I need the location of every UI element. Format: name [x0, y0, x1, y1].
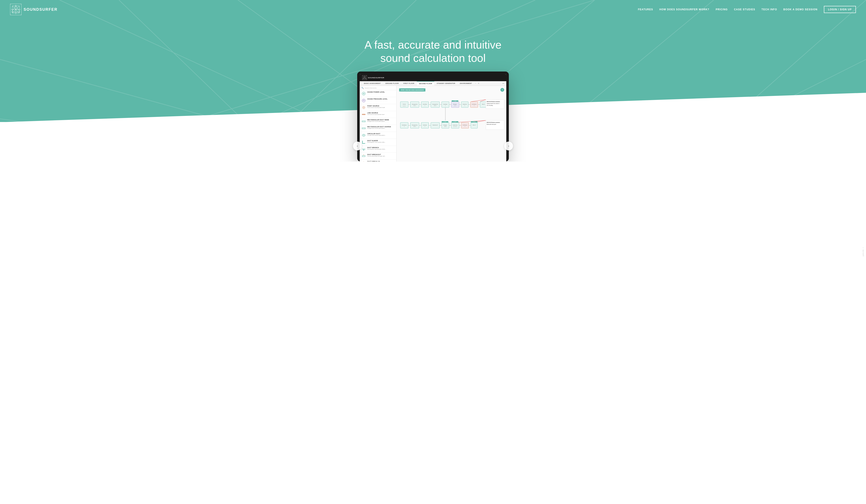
app-logo-icon [362, 75, 367, 80]
sidebar-point-source-desc: Point source sound power level [367, 107, 395, 108]
sidebar-circular-duct-title: Circular Duct [367, 133, 395, 135]
hero-title: A fast, accurate and intuitive sound cal… [349, 38, 517, 65]
svg-point-29 [362, 99, 365, 102]
sidebar-duct-branch-desc: Duct branch sound power divisi... [367, 149, 395, 150]
nav-book-demo[interactable]: BOOK A DEMO SESSION [784, 8, 818, 11]
tab-ground-floor[interactable]: GROUND FLOOR [383, 81, 401, 85]
sidebar-rect-duct-ashrae-title: Rectangular Duct ASHRAE [367, 126, 395, 127]
svg-text:01: 01 [424, 126, 425, 127]
tab-first-floor[interactable]: FIRST FLOOR [401, 81, 417, 85]
circular-duct-icon [362, 133, 366, 138]
search-icon: 🔍 [362, 87, 364, 89]
sidebar-line-source-title: Line Source [367, 112, 395, 114]
svg-text:Insertion Loss: Insertion Loss [453, 125, 458, 126]
svg-point-30 [363, 107, 365, 108]
sidebar-duct-branch-title: Duct Branch [367, 147, 395, 148]
tab-basic-assessment[interactable]: BASIC ASSESSMENT [362, 81, 383, 85]
app-logo-text: SOUNDSURFER [368, 77, 384, 79]
svg-text:52 dBA: 52 dBA [454, 101, 456, 102]
tab-undo-button[interactable]: ↩ [502, 82, 504, 84]
svg-text:Update insertion loss values t: Update insertion loss values to [487, 103, 500, 104]
rect-duct-ashrae-icon [362, 126, 366, 130]
sidebar-point-source-title: Point Source [367, 105, 395, 107]
main-canvas: HVAC internal noise assessment i FCU 01 … [397, 86, 506, 162]
svg-text:Model path looks good: Model path looks good [487, 124, 496, 125]
tab-environment[interactable]: ENVIRONMENT [458, 81, 474, 85]
point-source-icon [362, 105, 366, 110]
app-header-bar: SOUNDSURFER [360, 74, 506, 81]
svg-text:NEBB 03: NEBB 03 [444, 126, 447, 127]
duct-elbow-icon [362, 140, 366, 145]
svg-text:2022 02 22 Review comments:: 2022 02 22 Review comments: [487, 122, 500, 123]
sound-power-level-icon [362, 91, 366, 96]
svg-text:NEBB 01: NEBB 01 [413, 105, 416, 106]
sidebar-item-sound-power-level[interactable]: Sound Power Level [360, 90, 396, 97]
app-screenshot: SOUNDSURFER BASIC ASSESSMENT GROUND FLOO… [360, 74, 506, 162]
svg-text:01: 01 [464, 105, 465, 106]
app-logo: SOUNDSURFER [362, 75, 384, 80]
svg-text:Rectangular Duct: Rectangular Duct [412, 125, 418, 126]
sidebar-item-sound-pressure-level[interactable]: Sound Pressure Level [360, 97, 396, 104]
sidebar-duct-elbow-title: Duct Elbow [367, 140, 395, 141]
svg-text:End Reflection: End Reflection [472, 104, 477, 105]
carousel-right-arrow[interactable]: › [504, 141, 513, 150]
duct-breakin-icon [362, 161, 366, 162]
info-button[interactable]: i [500, 88, 504, 92]
sidebar-rect-duct-nebb-desc: Straight duct sound attenuation... [367, 121, 395, 122]
carousel-left-arrow[interactable]: ‹ [353, 141, 362, 150]
svg-marker-27 [363, 76, 366, 79]
sidebar-item-rect-duct-ashrae[interactable]: Rectangular Duct ASHRAE Straight duct so… [360, 125, 396, 132]
sidebar-rect-duct-nebb-title: Rectangular Duct NEBB [367, 119, 395, 121]
nav-pricing[interactable]: PRICING [715, 8, 728, 11]
svg-text:2022 02 22 Review comments:: 2022 02 22 Review comments: [487, 101, 500, 102]
sidebar-duct-breakout-title: Duct Breakout [367, 154, 395, 155]
tab-add-button[interactable]: + [478, 82, 479, 84]
svg-text:Flexible Duct: Flexible Duct [463, 104, 467, 105]
login-button[interactable]: LOGIN / SIGN UP [824, 6, 856, 13]
sidebar-item-line-source[interactable]: Line Source Line source sound power leve… [360, 111, 396, 118]
svg-text:Duct Branch: Duct Branch [443, 104, 447, 105]
sound-pressure-level-icon [362, 98, 366, 103]
search-placeholder: Search Elements [365, 87, 377, 89]
svg-point-38 [362, 134, 365, 136]
sidebar-item-duct-elbow[interactable]: Duct Elbow Rectangular cross section elb… [360, 139, 396, 146]
svg-text:01: 01 [474, 105, 475, 106]
tab-standby-generator[interactable]: STANDBY GENERATOR [435, 81, 457, 85]
nav-links: FEATURES HOW DOES SOUNDSURFER WORK? PRIC… [638, 6, 856, 13]
svg-text:01: 01 [445, 105, 446, 106]
nav-tech-info[interactable]: TECH INFO [762, 8, 777, 11]
logo[interactable]: SOUNDSURFER [10, 4, 57, 15]
duct-branch-icon [362, 147, 366, 151]
svg-text:Sound Pwr 01: Sound Pwr 01 [453, 126, 457, 127]
svg-text:Office 01: Office 01 [473, 125, 476, 126]
sidebar-duct-breakout-desc: Sound transmitted through and... [367, 156, 395, 157]
sidebar-item-duct-branch[interactable]: Duct Branch Duct branch sound power divi… [360, 146, 396, 153]
sidebar-line-source-desc: Line source sound power level [367, 114, 395, 115]
flow-diagram: FCU 01 Sound Src Rectangular Duct NEBB 0… [398, 94, 504, 159]
sidebar-item-point-source[interactable]: Point Source Point source sound power le… [360, 104, 396, 111]
logo-text: SOUNDSURFER [24, 7, 57, 12]
nav-how-it-works[interactable]: HOW DOES SOUNDSURFER WORK? [659, 8, 709, 11]
sidebar-item-duct-breakout[interactable]: Duct Breakout Sound transmitted through … [360, 153, 396, 160]
sidebar-sound-pressure-level-title: Sound Pressure Level [367, 98, 395, 100]
svg-text:Duct Breakout: Duct Breakout [402, 125, 407, 126]
sidebar-item-circular-duct[interactable]: Circular Duct Circular duct sound attenu… [360, 132, 396, 139]
sidebar-item-duct-breakin[interactable]: Duct Break-In Sound transmitted into a d… [360, 160, 396, 162]
sidebar-circular-duct-desc: Circular duct sound attenuation... [367, 135, 395, 136]
app-tabs-row: BASIC ASSESSMENT GROUND FLOOR FIRST FLOO… [360, 81, 506, 86]
duct-breakout-icon [362, 154, 366, 158]
svg-text:Office 01: Office 01 [482, 104, 485, 105]
svg-text:01: 01 [424, 105, 425, 106]
svg-text:Rectangular Duct: Rectangular Duct [412, 104, 418, 105]
svg-text:Rectangul...: Rectangul... [453, 104, 457, 105]
nav-case-studies[interactable]: CASE STUDIES [734, 8, 755, 11]
svg-text:Sound Src: Sound Src [403, 106, 406, 106]
svg-line-119 [455, 120, 486, 123]
svg-text:01: 01 [465, 126, 465, 127]
sidebar-item-rect-duct-nebb[interactable]: Rectangular Duct NEBB Straight duct soun… [360, 118, 396, 125]
tab-second-floor[interactable]: SECOND FLOOR [417, 81, 434, 85]
rect-duct-nebb-icon [362, 119, 366, 124]
svg-text:Rectangular Duct: Rectangular Duct [432, 104, 438, 105]
screenshot-section: ‹ SOUNDSURFER [0, 122, 866, 162]
nav-features[interactable]: FEATURES [638, 8, 653, 11]
